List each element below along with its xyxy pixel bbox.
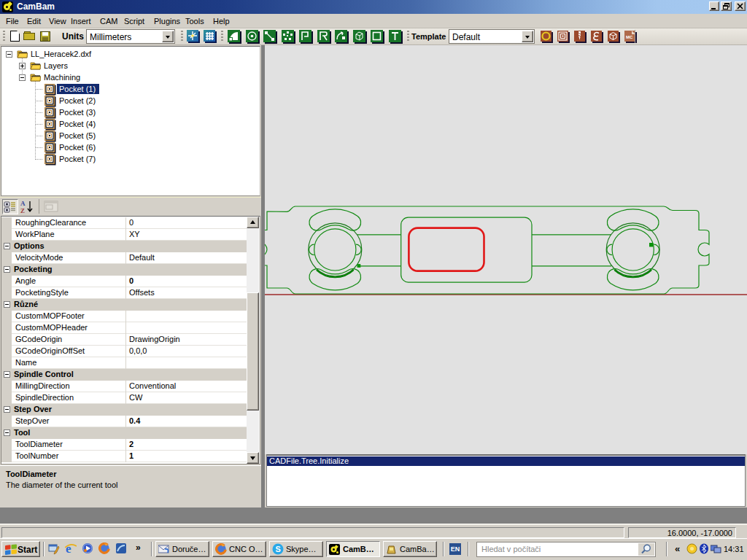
svg-text:Z: Z — [20, 207, 25, 214]
svg-text:MC: MC — [626, 35, 633, 39]
svg-text:S: S — [276, 545, 281, 553]
svg-text:A: A — [20, 200, 26, 207]
